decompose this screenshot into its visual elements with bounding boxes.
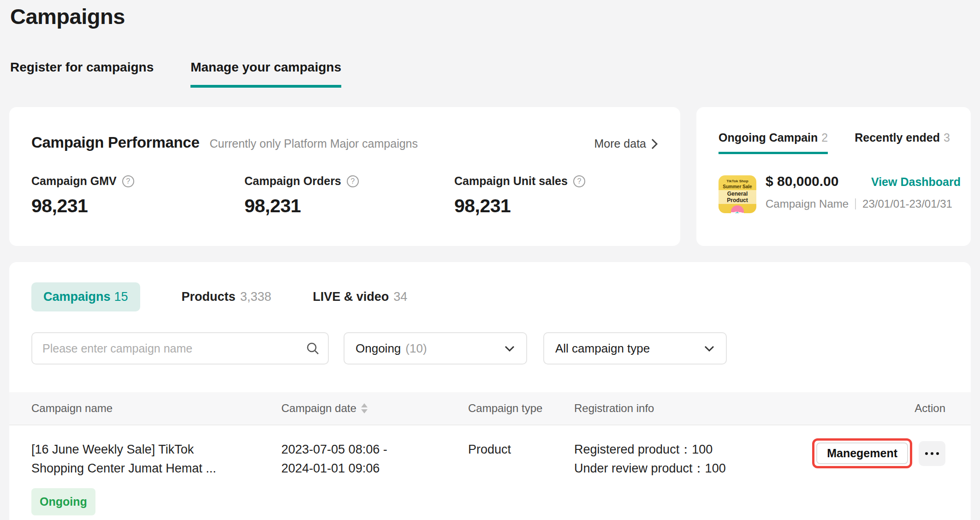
metric-value: 98,231 bbox=[244, 195, 359, 217]
tab-ongoing-campain[interactable]: Ongoing Campain2 bbox=[719, 131, 828, 154]
column-action: Action bbox=[915, 392, 945, 424]
beach-ball-icon bbox=[731, 205, 744, 213]
campaign-amount: $ 80,000.00 bbox=[766, 173, 838, 189]
campaign-name: Campaign Name bbox=[766, 197, 849, 210]
chevron-down-icon bbox=[504, 345, 515, 352]
tab-recently-ended[interactable]: Recently ended3 bbox=[855, 131, 950, 154]
metric-value: 98,231 bbox=[31, 195, 134, 217]
tab-manage-your-campaigns[interactable]: Manage your campaigns bbox=[190, 60, 341, 88]
status-badge: Ongoing bbox=[31, 488, 95, 515]
column-campaign-name: Campaign name bbox=[31, 392, 113, 424]
column-registration-info: Registration info bbox=[574, 392, 654, 424]
column-campaign-type: Campaign type bbox=[468, 392, 542, 424]
table-row: [16 June Weekly Sale] TikTok Shopping Ce… bbox=[9, 425, 971, 520]
registration-info-cell: Registered product：100 Under review prod… bbox=[574, 440, 726, 478]
more-icon bbox=[925, 452, 928, 455]
performance-title: Campaign Performance bbox=[31, 134, 199, 151]
action-cell: Manegement bbox=[812, 438, 945, 468]
divider bbox=[855, 198, 856, 209]
question-icon[interactable]: ? bbox=[122, 175, 134, 187]
more-actions-button[interactable] bbox=[919, 441, 945, 466]
metric-campaign-unit-sales: Campaign Unit sales ? 98,231 bbox=[454, 174, 585, 217]
tab-register-for-campaigns[interactable]: Register for campaigns bbox=[10, 60, 154, 88]
campaign-list-card: Campaigns15 Products3,338 LIVE & video34… bbox=[9, 262, 971, 520]
campaign-date-cell: 2023-07-05 08:06 - 2024-01-01 09:06 bbox=[281, 440, 387, 478]
sort-icon[interactable] bbox=[361, 403, 368, 413]
column-campaign-date[interactable]: Campaign date bbox=[281, 392, 368, 424]
search-icon[interactable] bbox=[306, 341, 320, 355]
list-tab-bar: Campaigns15 Products3,338 LIVE & video34 bbox=[31, 282, 407, 311]
campaign-type-cell: Product bbox=[468, 440, 511, 459]
search-input[interactable] bbox=[31, 332, 329, 365]
panel-tab-bar: Ongoing Campain2 Recently ended3 bbox=[719, 131, 950, 154]
more-data-link[interactable]: More data bbox=[594, 137, 658, 150]
campaign-meta: Campaign Name 23/01/01-23/01/31 bbox=[766, 197, 952, 210]
chevron-down-icon bbox=[704, 345, 715, 352]
chevron-right-icon bbox=[651, 138, 658, 150]
question-icon[interactable]: ? bbox=[347, 175, 359, 187]
tab-campaigns[interactable]: Campaigns15 bbox=[31, 282, 140, 311]
ongoing-campaign-panel: Ongoing Campain2 Recently ended3 TikTok … bbox=[696, 107, 971, 246]
campaign-name-cell: [16 June Weekly Sale] TikTok Shopping Ce… bbox=[31, 440, 216, 515]
view-dashboard-link[interactable]: View Dashboard bbox=[871, 175, 961, 189]
metric-campaign-orders: Campaign Orders ? 98,231 bbox=[244, 174, 359, 217]
tab-products[interactable]: Products3,338 bbox=[182, 290, 272, 304]
campaign-thumbnail: TikTok Shop Summer Sale General Product bbox=[719, 175, 756, 213]
management-button[interactable]: Manegement bbox=[816, 442, 908, 464]
question-icon[interactable]: ? bbox=[573, 175, 585, 187]
campaign-type-filter-dropdown[interactable]: All campaign type bbox=[543, 332, 727, 365]
page-title: Campaigns bbox=[10, 4, 125, 29]
metric-campaign-gmv: Campaign GMV ? 98,231 bbox=[31, 174, 134, 217]
campaign-performance-card: Campaign Performance Currently only Plat… bbox=[9, 107, 680, 246]
annotation-highlight-box: Manegement bbox=[812, 438, 912, 468]
metric-value: 98,231 bbox=[454, 195, 585, 217]
performance-subtitle: Currently only Platform Major campaigns bbox=[209, 137, 418, 150]
status-filter-dropdown[interactable]: Ongoing (10) bbox=[344, 332, 527, 365]
top-tab-bar: Register for campaigns Manage your campa… bbox=[10, 60, 341, 88]
campaign-date-range: 23/01/01-23/01/31 bbox=[862, 197, 952, 210]
tab-live-and-video[interactable]: LIVE & video34 bbox=[313, 290, 407, 304]
table-header: Campaign name Campaign date Campaign typ… bbox=[9, 392, 971, 425]
